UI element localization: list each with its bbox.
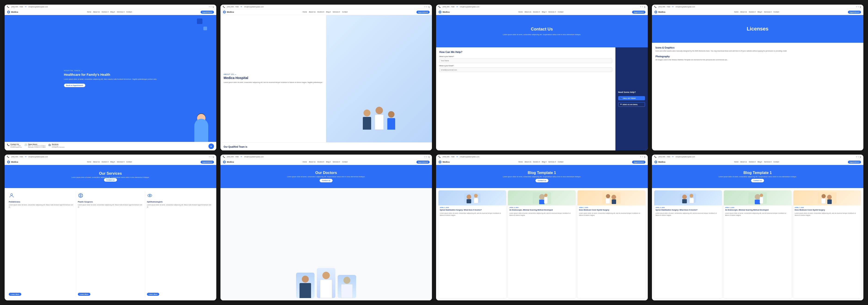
fb-icon-2[interactable]: f [425, 6, 425, 8]
doctors-contact-button[interactable]: Contact us [320, 179, 333, 182]
nav-contact-7[interactable]: Contact [558, 161, 563, 163]
logo-6[interactable]: Medica [223, 160, 234, 163]
learn-more-btn-3[interactable]: Learn More [147, 293, 159, 296]
nav-about-3[interactable]: About Us [525, 11, 531, 13]
email-input[interactable] [439, 67, 612, 72]
call-today-button[interactable]: 📞 CALL US TODAY [618, 96, 645, 100]
appointment-button-8[interactable]: Appointment [848, 160, 861, 163]
nav-home-2[interactable]: Home [303, 11, 307, 13]
fb-icon-7[interactable]: f [640, 156, 641, 158]
nav-home-8[interactable]: Home [734, 161, 739, 163]
name-input[interactable] [439, 58, 612, 63]
appointment-button-3[interactable]: Appointment [632, 11, 645, 13]
logo-8[interactable]: Medica [654, 160, 665, 163]
nav-blog-6[interactable]: Blog ▾ [326, 161, 331, 163]
nav-services-2[interactable]: Services ▾ [333, 11, 340, 13]
nav-services-7[interactable]: Services ▾ [548, 161, 556, 163]
nav-home-5[interactable]: Home [87, 161, 91, 163]
twitter-icon[interactable]: t [211, 6, 211, 8]
book-appointment-button[interactable]: Book an Appointment [64, 84, 85, 87]
nav-doctors-3[interactable]: Doctors ▾ [533, 11, 540, 13]
nav-about-7[interactable]: About Us [525, 161, 531, 163]
nav-home-4[interactable]: Home [734, 11, 739, 13]
logo-7[interactable]: Medica [438, 160, 450, 163]
nav-about-8[interactable]: About Us [740, 161, 747, 163]
nav-doctors-7[interactable]: Doctors ▾ [533, 161, 540, 163]
nav-doctors-2[interactable]: Doctors ▾ [317, 11, 324, 13]
nav-doctors[interactable]: Doctors ▾ [102, 11, 108, 13]
logo-4[interactable]: Medica [654, 10, 665, 13]
nav-home-7[interactable]: Home [518, 161, 523, 163]
nav-home-6[interactable]: Home [303, 161, 307, 163]
instagram-icon[interactable]: ig [213, 6, 214, 8]
blog2-contact-button[interactable]: Contact us [751, 179, 764, 182]
tw-icon-4[interactable]: t [858, 6, 859, 8]
services-contact-button[interactable]: Contact us [104, 178, 117, 182]
nav-services-3[interactable]: Services ▾ [548, 11, 556, 13]
nav-doctors-5[interactable]: Doctors ▾ [102, 161, 108, 163]
tw-icon-7[interactable]: t [642, 156, 643, 158]
nav-about-2[interactable]: About Us [309, 11, 315, 13]
nav-doctors-4[interactable]: Doctors ▾ [749, 11, 756, 13]
nav-blog-2[interactable]: Blog ▾ [326, 11, 331, 13]
nav-contact-5[interactable]: Contact [126, 161, 132, 163]
scroll-button[interactable]: ▼ [209, 144, 214, 149]
ig-icon-5[interactable]: ig [213, 156, 214, 158]
nav-blog-3[interactable]: Blog ▾ [542, 11, 547, 13]
appointment-button-7[interactable]: Appointment [632, 160, 645, 163]
nav-about[interactable]: About Us [93, 11, 100, 13]
nav-services-4[interactable]: Services ▾ [764, 11, 772, 13]
tw-icon-8[interactable]: t [858, 156, 859, 158]
fb-icon-8[interactable]: f [856, 156, 857, 158]
learn-more-btn-2[interactable]: Learn More [78, 293, 90, 296]
nav-contact-3[interactable]: Contact [558, 11, 563, 13]
nav-services[interactable]: Services ▾ [117, 11, 125, 13]
nav-blog-4[interactable]: Blog ▾ [757, 11, 762, 13]
appointment-button-6[interactable]: Appointment [416, 160, 430, 163]
logo-2[interactable]: Medica [223, 10, 234, 13]
nav-about-4[interactable]: About Us [740, 11, 747, 13]
ig-icon-4[interactable]: ig [860, 6, 861, 8]
nav-contact[interactable]: Contact [126, 11, 132, 13]
nav-contact-8[interactable]: Contact [773, 161, 779, 163]
nav-contact-2[interactable]: Contact [342, 11, 347, 13]
fb-icon-6[interactable]: f [425, 156, 425, 158]
nav-contact-4[interactable]: Contact [773, 11, 779, 13]
send-email-button[interactable]: ✉ SEND US AN EMAIL [618, 102, 645, 107]
tw-icon-2[interactable]: t [427, 6, 427, 8]
blog1-contact-button[interactable]: Contact us [535, 179, 548, 182]
nav-services-6[interactable]: Services ▾ [333, 161, 340, 163]
tw-icon-3[interactable]: t [642, 6, 643, 8]
logo-3[interactable]: Medica [438, 10, 450, 13]
facebook-icon[interactable]: f [209, 6, 209, 8]
learn-more-btn-1[interactable]: Learn More [9, 293, 21, 296]
nav-blog-5[interactable]: Blog ▾ [111, 161, 115, 163]
nav-services-8[interactable]: Services ▾ [764, 161, 772, 163]
fb-icon-4[interactable]: f [856, 6, 857, 8]
nav-contact-6[interactable]: Contact [342, 161, 347, 163]
nav-blog[interactable]: Blog ▾ [111, 11, 115, 13]
nav-services-5[interactable]: Services ▾ [117, 161, 125, 163]
ig-icon-6[interactable]: ig [429, 156, 430, 158]
logo[interactable]: Medica [7, 10, 18, 13]
nav-home-3[interactable]: Home [518, 11, 523, 13]
nav-about-6[interactable]: About Us [309, 161, 315, 163]
appointment-button-5[interactable]: Appointment [200, 160, 214, 163]
nav-blog-7[interactable]: Blog ▾ [542, 161, 547, 163]
fb-icon-5[interactable]: f [209, 156, 209, 158]
appointment-button-4[interactable]: Appointment [848, 11, 861, 13]
logo-5[interactable]: Medica [7, 160, 18, 163]
appointment-button-2[interactable]: Appointment [416, 11, 430, 13]
nav-home[interactable]: Home [87, 11, 91, 13]
ig-icon-3[interactable]: ig [644, 6, 645, 8]
nav-doctors-8[interactable]: Doctors ▾ [749, 161, 756, 163]
ig-icon-2[interactable]: ig [429, 6, 430, 8]
nav-blog-8[interactable]: Blog ▾ [757, 161, 762, 163]
nav-doctors-6[interactable]: Doctors ▾ [317, 161, 324, 163]
tw-icon-5[interactable]: t [211, 156, 211, 158]
nav-about-5[interactable]: About Us [93, 161, 100, 163]
ig-icon-7[interactable]: ig [644, 156, 645, 158]
appointment-button[interactable]: Appointment [200, 11, 214, 13]
fb-icon-3[interactable]: f [640, 6, 641, 8]
tw-icon-6[interactable]: t [427, 156, 427, 158]
